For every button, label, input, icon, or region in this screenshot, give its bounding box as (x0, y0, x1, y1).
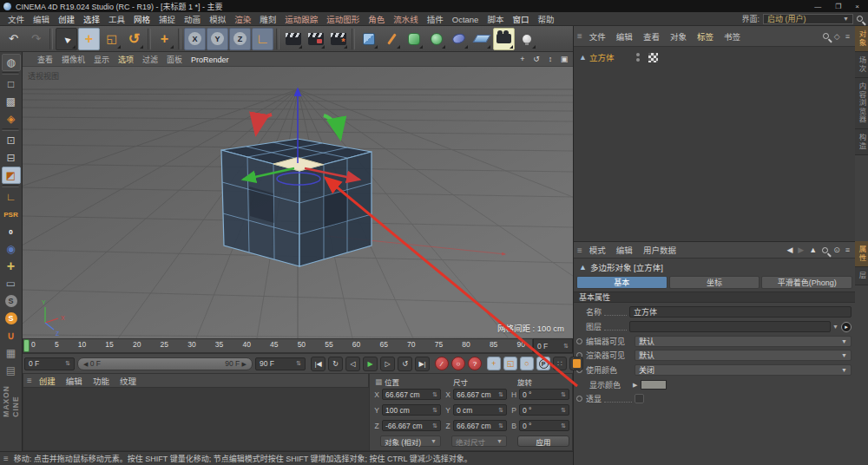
viewport-menu-item[interactable]: 过滤 (138, 56, 162, 64)
xray-checkbox[interactable] (635, 394, 644, 403)
display-color-swatch[interactable] (641, 380, 667, 390)
name-input[interactable]: 立方体 (629, 306, 852, 318)
material-list-area[interactable] (23, 388, 369, 451)
object-manager-menu-item[interactable]: 对象 (665, 32, 692, 42)
left-tool-button[interactable] (2, 72, 19, 75)
keyframe-options-button[interactable]: ? (468, 357, 482, 370)
panel-menu-icon[interactable]: ≡ (27, 376, 32, 385)
attribute-menu-item[interactable]: 模式 (584, 246, 611, 255)
play-loop-button[interactable]: ↺ (398, 357, 412, 371)
render-settings-button[interactable] (327, 28, 349, 50)
layer-browser-button[interactable]: ▸ (841, 322, 852, 332)
viewport-menu-item[interactable]: 选项 (114, 56, 138, 64)
edges-mode-button[interactable]: ⊟ (2, 149, 21, 167)
menu-item[interactable]: 文件 (3, 15, 29, 24)
workplane-mode-button[interactable]: ◈ (2, 110, 21, 128)
lock-icon[interactable]: ⊙ (833, 246, 840, 254)
next-frame-button[interactable]: ▷ (380, 357, 395, 371)
forward-icon[interactable]: ▶ (798, 246, 804, 254)
menu-item[interactable]: 模拟 (205, 15, 230, 24)
menu-item[interactable]: 选择 (79, 15, 104, 24)
viewport-solo-button[interactable]: ▭ (2, 275, 21, 292)
object-manager-menu-item[interactable]: 标签 (692, 32, 719, 42)
menu-item[interactable]: 创建 (54, 15, 79, 24)
attribute-menu-item[interactable]: 用户数据 (638, 246, 681, 255)
menu-item[interactable]: 工具 (104, 15, 129, 24)
render-visibility-select[interactable]: 默认▼ (635, 350, 852, 361)
apply-button[interactable]: 应用 (517, 436, 569, 447)
size-z-field[interactable]: 66.667 cm⇅ (453, 420, 507, 431)
render-view-button[interactable] (282, 28, 304, 50)
menu-item[interactable]: 捕捉 (155, 15, 180, 24)
camera-button[interactable] (493, 28, 515, 50)
visibility-dots[interactable] (636, 53, 640, 62)
object-manager-menu-item[interactable]: 查看 (638, 32, 665, 42)
material-menu-item[interactable]: 功能 (88, 377, 115, 386)
interface-select[interactable]: 启动 (用户)▼ (763, 14, 853, 24)
goto-end-button[interactable]: ▶| (415, 357, 430, 371)
back-icon[interactable]: ◀ (786, 246, 792, 254)
viewport-menu-item[interactable]: 面板 (162, 56, 187, 64)
points-mode-button[interactable]: ⊡ (2, 132, 21, 149)
record-circle[interactable] (576, 396, 582, 402)
scale-tool-button[interactable]: ◱ (101, 28, 122, 50)
filter-icon[interactable]: ≡ (845, 32, 850, 41)
coordinate-mode-select[interactable]: 对象 (相对)▼ (380, 436, 441, 447)
search-icon[interactable] (857, 16, 863, 22)
key-parameter-toggle[interactable]: P (536, 357, 550, 370)
minimize-button[interactable]: — (814, 3, 821, 10)
toolbar-button[interactable] (178, 28, 181, 50)
key-rotation-toggle[interactable]: ○ (520, 357, 534, 370)
toggle-view-icon[interactable]: ▣ (559, 54, 569, 64)
autokey-button[interactable]: ○ (451, 357, 465, 370)
timeline-ruler[interactable]: 051015202530354045505560657075808590 (23, 338, 533, 353)
enable-axis-button[interactable]: ∟ (2, 188, 21, 206)
x-axis-lock-button[interactable]: X (184, 28, 206, 50)
end-frame-field[interactable]: 90 F⇅ (255, 357, 306, 370)
perspective-viewport[interactable]: Y X Z 查看摄像机显示选项过滤面板ProRender +↺↕▣ 透视视图 网… (23, 52, 573, 338)
menu-item[interactable]: 插件 (423, 15, 448, 24)
phong-tag-icon[interactable] (648, 53, 658, 62)
record-keyframe-button[interactable]: ⁄ (435, 357, 449, 370)
size-mode-select[interactable]: 绝对尺寸▼ (451, 436, 507, 447)
size-x-field[interactable]: 66.667 cm⇅ (453, 389, 507, 400)
up-icon[interactable]: ▲ (809, 246, 817, 254)
snap-move-icon[interactable]: ◉ (2, 240, 21, 258)
material-menu-item[interactable]: 创建 (34, 377, 61, 386)
render-region-button[interactable] (305, 28, 326, 50)
y-axis-lock-button[interactable]: Y (207, 28, 228, 50)
chevron-down-icon[interactable]: ▼ (832, 324, 838, 330)
play-forward-button[interactable]: ▶ (363, 357, 378, 371)
menu-item[interactable]: 角色 (364, 15, 389, 24)
texture-mode-button[interactable]: ▩ (2, 93, 21, 110)
model-mode-button[interactable]: □ (2, 75, 21, 93)
object-manager-menu-item[interactable]: 编辑 (611, 32, 638, 42)
psr-zero-label[interactable]: 0 (2, 223, 21, 240)
snap-disabled-button[interactable]: S (2, 292, 21, 310)
tab-content-browser[interactable]: 内容浏览器 (855, 78, 868, 129)
object-tree[interactable]: ▲ 立方体 (574, 47, 855, 241)
maximize-button[interactable]: ❐ (835, 3, 841, 10)
rotation-b-field[interactable]: 0 °⇅ (519, 420, 569, 431)
material-menu-item[interactable]: 纹理 (115, 377, 141, 386)
spline-pen-button[interactable] (380, 28, 402, 50)
attribute-tab[interactable]: 平滑着色(Phong) (761, 276, 852, 289)
expand-arrow-icon[interactable]: ▶ (633, 382, 637, 389)
goto-start-button[interactable]: |◀ (311, 357, 326, 371)
size-y-field[interactable]: 0 cm⇅ (453, 404, 507, 416)
object-manager-menu-item[interactable]: 书签 (719, 32, 746, 42)
orbit-icon[interactable]: ↺ (531, 54, 542, 64)
magnet-snap-button[interactable]: ∪ (2, 327, 21, 344)
menu-item[interactable]: 编辑 (29, 15, 54, 24)
object-manager-menu-item[interactable]: 文件 (584, 32, 611, 42)
search-icon[interactable] (822, 247, 828, 253)
pan-icon[interactable]: + (517, 54, 528, 64)
tab-attributes[interactable]: 属性 (855, 241, 868, 267)
psr-label[interactable]: PSR (2, 206, 21, 223)
floor-button[interactable] (470, 28, 492, 50)
material-menu-item[interactable]: 编辑 (61, 377, 88, 386)
select-tool-button[interactable]: ▲ (56, 28, 77, 50)
toolbar-button[interactable] (276, 28, 279, 50)
attribute-tab[interactable]: 坐标 (669, 276, 760, 289)
panel-menu-icon[interactable]: ≡ (577, 31, 582, 41)
